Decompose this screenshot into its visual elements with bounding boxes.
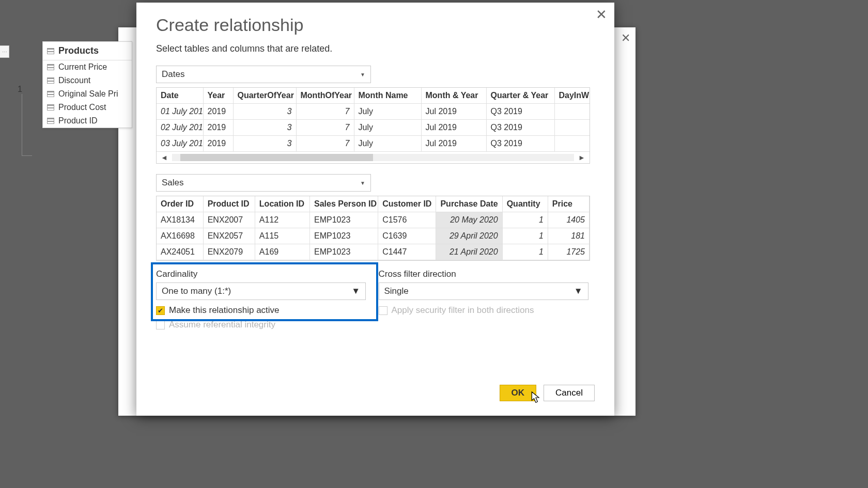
checkbox-icon[interactable]: ✔ — [156, 306, 165, 315]
table-header-row: Order ID Product ID Location ID Sales Pe… — [157, 196, 590, 212]
column-header[interactable]: QuarterOfYear — [233, 88, 296, 104]
create-relationship-dialog: ✕ Create relationship Select tables and … — [136, 3, 614, 416]
column-header[interactable]: DayInW — [554, 88, 590, 104]
horizontal-scrollbar[interactable]: ◄ ► — [157, 152, 590, 163]
cardinality-section: Cardinality One to many (1:*) ▼ ✔ Make t… — [156, 269, 373, 330]
first-table-dropdown[interactable]: Dates ▼ — [156, 66, 371, 83]
scroll-thumb[interactable] — [180, 154, 373, 161]
column-header[interactable]: Quarter & Year — [486, 88, 554, 104]
products-card-header: Products — [43, 42, 132, 60]
first-table-selected: Dates — [162, 69, 184, 80]
make-active-label: Make this relationship active — [169, 305, 280, 316]
table-icon — [47, 48, 54, 54]
cross-filter-label: Cross filter direction — [379, 269, 595, 279]
field-label: Current Price — [58, 62, 107, 72]
cardinality-dropdown[interactable]: One to many (1:*) ▼ — [156, 282, 366, 300]
chevron-down-icon: ▼ — [574, 286, 583, 296]
cross-filter-dropdown[interactable]: Single ▼ — [379, 282, 588, 300]
checkbox-icon — [379, 306, 388, 315]
column-header[interactable]: Date — [157, 88, 203, 104]
field-item[interactable]: Product Cost — [43, 101, 132, 114]
field-item[interactable]: Current Price — [43, 60, 132, 74]
second-table-selected: Sales — [162, 178, 184, 188]
cross-filter-section: Cross filter direction Single ▼ Apply se… — [379, 269, 595, 330]
column-header[interactable]: Price — [548, 196, 589, 212]
security-filter-label: Apply security filter in both directions — [392, 305, 534, 316]
make-active-checkbox-row[interactable]: ✔ Make this relationship active — [156, 305, 373, 316]
relationship-connector-line — [22, 94, 32, 156]
products-table-card[interactable]: Products Current Price Discount Original… — [42, 41, 132, 128]
column-icon — [47, 104, 54, 111]
first-table-preview: Date Year QuarterOfYear MonthOfYear Mont… — [156, 87, 590, 164]
column-header[interactable]: Month & Year — [421, 88, 486, 104]
field-item[interactable]: Original Sale Pri — [43, 87, 132, 101]
scroll-track[interactable] — [172, 154, 574, 161]
close-icon[interactable]: ✕ — [621, 33, 630, 44]
ok-button[interactable]: OK — [500, 385, 537, 401]
table-row[interactable]: AX16698ENX2057A115EMP1023C163929 April 2… — [157, 228, 590, 244]
collapsed-pane-handle[interactable]: ⋯ — [0, 45, 9, 58]
table-row[interactable]: 02 July 2019201937JulyJul 2019Q3 2019 — [157, 120, 590, 136]
column-header[interactable]: Location ID — [255, 196, 309, 212]
column-header[interactable]: MonthOfYear — [296, 88, 354, 104]
column-header[interactable]: Sales Person ID — [310, 196, 378, 212]
dialog-subtitle: Select tables and columns that are relat… — [156, 43, 595, 54]
field-item[interactable]: Product ID — [43, 114, 132, 128]
checkbox-icon — [156, 321, 165, 329]
products-card-title: Products — [58, 45, 99, 56]
chevron-down-icon: ▼ — [360, 180, 365, 186]
column-icon — [47, 64, 54, 70]
table-row[interactable]: AX18134ENX2007A112EMP1023C157620 May 202… — [157, 212, 590, 228]
scroll-left-icon[interactable]: ◄ — [157, 153, 172, 162]
column-header[interactable]: Year — [203, 88, 233, 104]
field-item[interactable]: Discount — [43, 74, 132, 87]
column-icon — [47, 91, 54, 97]
field-label: Discount — [58, 76, 90, 85]
assume-referential-label: Assume referential integrity — [169, 320, 275, 330]
security-filter-checkbox-row: Apply security filter in both directions — [379, 305, 595, 316]
scroll-right-icon[interactable]: ► — [574, 153, 590, 162]
column-header[interactable]: Purchase Date — [436, 196, 502, 212]
cardinality-value: One to many (1:*) — [162, 286, 231, 296]
assume-referential-checkbox-row: Assume referential integrity — [156, 320, 373, 330]
chevron-down-icon: ▼ — [360, 72, 365, 77]
second-table-preview: Order ID Product ID Location ID Sales Pe… — [156, 196, 590, 261]
field-label: Original Sale Pri — [58, 89, 118, 99]
table-header-row: Date Year QuarterOfYear MonthOfYear Mont… — [157, 88, 590, 104]
cross-filter-value: Single — [384, 286, 409, 296]
column-header[interactable]: Order ID — [157, 196, 203, 212]
column-header[interactable]: Product ID — [203, 196, 255, 212]
column-header[interactable]: Customer ID — [378, 196, 436, 212]
table-row[interactable]: 01 July 2019201937JulyJul 2019Q3 2019 — [157, 104, 590, 120]
cardinality-label: Cardinality — [156, 269, 373, 279]
column-icon — [47, 118, 54, 124]
table-row[interactable]: 03 July 2019201937JulyJul 2019Q3 2019 — [157, 136, 590, 152]
column-header[interactable]: Month Name — [354, 88, 421, 104]
column-header[interactable]: Quantity — [502, 196, 548, 212]
field-label: Product ID — [58, 116, 98, 125]
relationship-cardinality-label: 1 — [18, 85, 22, 94]
close-icon[interactable]: ✕ — [596, 8, 607, 21]
column-icon — [47, 77, 54, 84]
second-table-dropdown[interactable]: Sales ▼ — [156, 174, 371, 192]
chevron-down-icon: ▼ — [351, 286, 360, 296]
dialog-title: Create relationship — [156, 15, 595, 35]
field-label: Product Cost — [58, 103, 106, 112]
cancel-button[interactable]: Cancel — [544, 385, 595, 401]
table-row[interactable]: AX24051ENX2079A169EMP1023C144721 April 2… — [157, 244, 590, 260]
